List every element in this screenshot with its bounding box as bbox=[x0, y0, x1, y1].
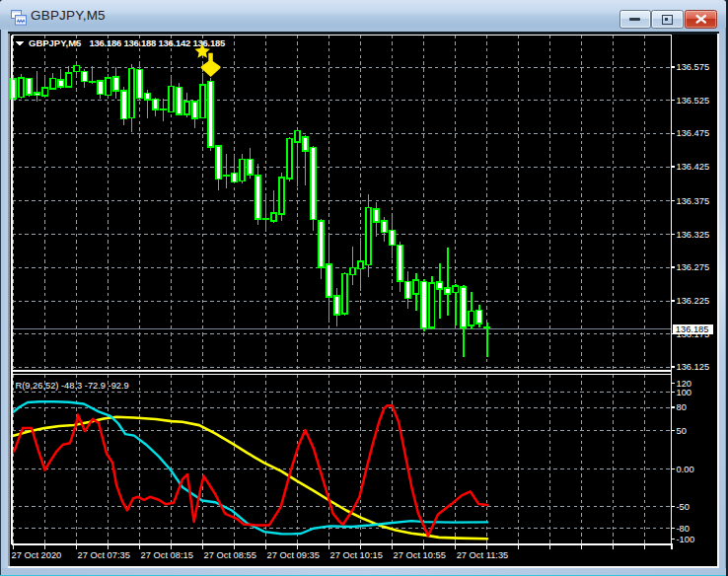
svg-text:27 Oct 08:55: 27 Oct 08:55 bbox=[204, 550, 256, 560]
svg-text:80: 80 bbox=[677, 402, 687, 412]
svg-text:136.125: 136.125 bbox=[677, 362, 710, 372]
svg-text:136.575: 136.575 bbox=[677, 62, 710, 72]
svg-text:136.475: 136.475 bbox=[677, 128, 710, 138]
svg-text:R(9,26,52) -48.3 -72.9 -92.9: R(9,26,52) -48.3 -72.9 -92.9 bbox=[16, 381, 129, 391]
svg-text:27 Oct 2020: 27 Oct 2020 bbox=[12, 550, 62, 560]
svg-text:136.375: 136.375 bbox=[677, 196, 710, 206]
svg-text:-50: -50 bbox=[677, 502, 690, 512]
svg-text:-100: -100 bbox=[677, 535, 695, 544]
svg-text:27 Oct 08:15: 27 Oct 08:15 bbox=[141, 550, 193, 560]
svg-text:136.525: 136.525 bbox=[677, 96, 710, 106]
svg-text:-80: -80 bbox=[677, 524, 690, 534]
svg-text:27 Oct 10:55: 27 Oct 10:55 bbox=[394, 550, 446, 560]
svg-text:100: 100 bbox=[677, 388, 692, 397]
svg-text:136.425: 136.425 bbox=[677, 162, 710, 172]
svg-text:136.186 136.188 136.142 136.18: 136.186 136.188 136.142 136.185 bbox=[90, 37, 226, 48]
svg-text:27 Oct 11:35: 27 Oct 11:35 bbox=[457, 550, 509, 560]
svg-text:50: 50 bbox=[677, 426, 687, 436]
svg-text:136.225: 136.225 bbox=[677, 296, 710, 306]
svg-text:136.185: 136.185 bbox=[676, 324, 709, 334]
svg-text:27 Oct 07:35: 27 Oct 07:35 bbox=[78, 550, 130, 560]
svg-text:120: 120 bbox=[677, 379, 692, 389]
svg-text:GBPJPY,M5: GBPJPY,M5 bbox=[29, 37, 82, 48]
svg-text:27 Oct 09:35: 27 Oct 09:35 bbox=[267, 550, 320, 560]
svg-text:136.275: 136.275 bbox=[677, 262, 710, 272]
svg-text:0.00: 0.00 bbox=[677, 465, 694, 474]
svg-text:27 Oct 10:15: 27 Oct 10:15 bbox=[330, 550, 383, 560]
svg-text:136.325: 136.325 bbox=[677, 230, 710, 240]
